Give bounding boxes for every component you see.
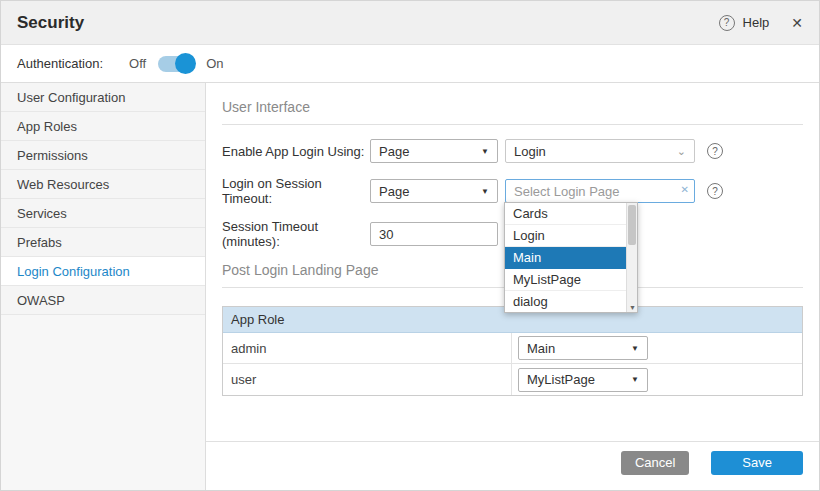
help-icon[interactable]: ? xyxy=(719,15,735,31)
scrollbar-thumb[interactable] xyxy=(628,205,636,245)
main-content: User Interface Enable App Login Using: P… xyxy=(206,83,819,491)
dropdown-option-login[interactable]: Login xyxy=(505,225,637,247)
enable-app-login-help-icon[interactable]: ? xyxy=(707,143,723,159)
combobox-value: Login xyxy=(514,144,546,159)
close-icon[interactable]: ✕ xyxy=(791,15,803,31)
dropdown-option-cards[interactable]: Cards xyxy=(505,203,637,225)
save-button[interactable]: Save xyxy=(711,451,803,475)
user-landing-page-select[interactable]: MyListPage ▼ xyxy=(518,368,648,392)
login-on-timeout-type-select[interactable]: Page ▼ xyxy=(370,179,498,203)
enable-app-login-type-select[interactable]: Page ▼ xyxy=(370,139,498,163)
enable-app-login-page-combobox[interactable]: Login ⌄ xyxy=(505,139,695,163)
clear-icon[interactable]: ✕ xyxy=(681,184,689,195)
select-value: Main xyxy=(527,341,555,356)
login-on-timeout-help-icon[interactable]: ? xyxy=(707,183,723,199)
dropdown-option-mylistpage[interactable]: MyListPage xyxy=(505,269,637,291)
authentication-bar: Authentication: Off On xyxy=(1,45,819,83)
caret-down-icon: ▼ xyxy=(631,344,639,353)
table-row: user MyListPage ▼ xyxy=(223,364,802,395)
help-link[interactable]: Help xyxy=(743,15,770,30)
login-page-dropdown: Cards Login Main MyListPage dialog ▼ xyxy=(504,202,638,313)
sidebar-item-app-roles[interactable]: App Roles xyxy=(1,112,205,141)
table-row: admin Main ▼ xyxy=(223,333,802,364)
toggle-knob xyxy=(175,53,196,74)
select-value: Page xyxy=(379,144,409,159)
sidebar-item-prefabs[interactable]: Prefabs xyxy=(1,228,205,257)
enable-app-login-row: Enable App Login Using: Page ▼ Login ⌄ ? xyxy=(222,139,803,163)
session-timeout-input[interactable] xyxy=(370,222,498,246)
sidebar-item-services[interactable]: Services xyxy=(1,199,205,228)
toggle-on-label: On xyxy=(206,56,223,71)
role-cell: user xyxy=(223,364,512,395)
login-on-timeout-label: Login on Session Timeout: xyxy=(222,176,370,206)
admin-landing-page-select[interactable]: Main ▼ xyxy=(518,336,648,360)
select-value: MyListPage xyxy=(527,372,595,387)
sidebar-item-permissions[interactable]: Permissions xyxy=(1,141,205,170)
sidebar-item-user-configuration[interactable]: User Configuration xyxy=(1,83,205,112)
sidebar-item-web-resources[interactable]: Web Resources xyxy=(1,170,205,199)
toggle-off-label: Off xyxy=(129,56,146,71)
authentication-label: Authentication: xyxy=(17,56,103,71)
authentication-toggle[interactable] xyxy=(158,56,194,72)
dialog-footer: Cancel Save xyxy=(206,441,819,491)
sidebar-item-login-configuration[interactable]: Login Configuration xyxy=(1,257,205,286)
sidebar: User Configuration App Roles Permissions… xyxy=(1,83,206,491)
caret-down-icon: ▼ xyxy=(481,187,489,196)
scroll-down-icon[interactable]: ▼ xyxy=(629,304,636,311)
security-dialog: Security ? Help ✕ Authentication: Off On… xyxy=(0,0,820,491)
caret-down-icon: ▼ xyxy=(481,147,489,156)
landing-page-table: App Role admin Main ▼ user MyListPage xyxy=(222,306,803,396)
sidebar-item-owasp[interactable]: OWASP xyxy=(1,286,205,315)
chevron-down-icon: ⌄ xyxy=(677,145,686,158)
enable-app-login-label: Enable App Login Using: xyxy=(222,144,370,159)
dropdown-option-dialog[interactable]: dialog xyxy=(505,291,637,313)
role-cell: admin xyxy=(223,333,512,363)
dropdown-option-main[interactable]: Main xyxy=(505,247,637,269)
select-login-page-input[interactable] xyxy=(505,179,695,203)
dropdown-scrollbar[interactable]: ▼ xyxy=(626,203,637,312)
page-title: Security xyxy=(17,13,84,33)
caret-down-icon: ▼ xyxy=(631,375,639,384)
session-timeout-label: Session Timeout (minutes): xyxy=(222,219,370,249)
select-value: Page xyxy=(379,184,409,199)
dialog-header: Security ? Help ✕ xyxy=(1,1,819,45)
cancel-button[interactable]: Cancel xyxy=(621,451,689,475)
user-interface-heading: User Interface xyxy=(222,99,803,125)
